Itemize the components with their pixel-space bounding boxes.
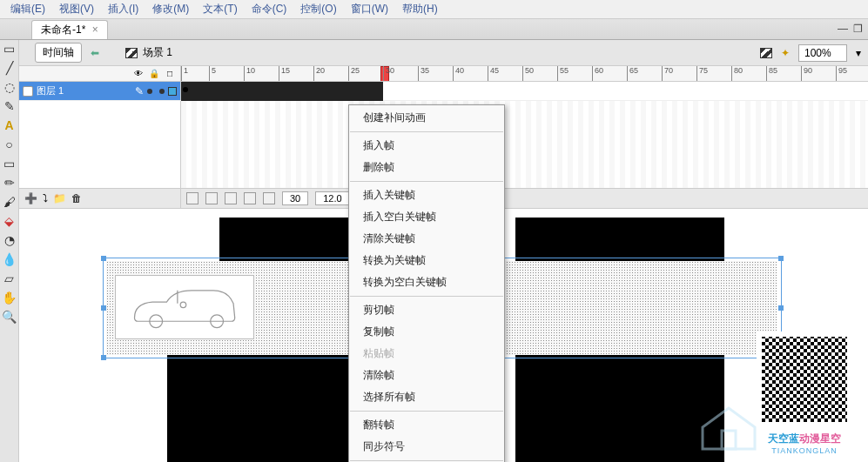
ruler-tick[interactable]: 45 <box>488 66 499 81</box>
layer-edit-icon[interactable]: ✎ <box>135 85 144 97</box>
ruler-tick[interactable]: 90 <box>801 66 812 81</box>
center-frame-icon[interactable] <box>186 192 198 204</box>
window-minimize-icon[interactable]: — <box>838 23 848 35</box>
hand-tool-icon[interactable]: ✋ <box>3 291 17 305</box>
context-menu-item[interactable]: 翻转帧 <box>349 414 504 436</box>
rect-tool-icon[interactable]: ▭ <box>3 157 17 171</box>
layer-lock-dot[interactable] <box>159 89 165 94</box>
bucket-tool-icon[interactable]: ⬙ <box>3 214 17 228</box>
frame-ruler[interactable]: 15101520253035404550556065707580859095 <box>181 66 868 81</box>
context-menu-item[interactable]: 复制帧 <box>349 321 504 343</box>
context-menu-item[interactable]: 删除帧 <box>349 157 504 178</box>
stage-black-left <box>219 218 354 261</box>
ruler-tick[interactable]: 95 <box>836 66 847 81</box>
scene-bar: 时间轴 ⬅ 场景 1 ✦ ▾ <box>0 40 868 66</box>
lasso-tool-icon[interactable]: ◌ <box>3 80 17 94</box>
visibility-column-icon[interactable]: 👁 <box>133 69 144 79</box>
ruler-tick[interactable]: 1 <box>181 66 188 81</box>
menu-help[interactable]: 帮助(H) <box>395 0 445 18</box>
edit-scene-icon[interactable] <box>760 48 772 58</box>
context-menu-item[interactable]: 剪切帧 <box>349 299 504 321</box>
context-menu-item[interactable]: 创建补间动画 <box>349 107 504 129</box>
zoom-tool-icon[interactable]: 🔍 <box>3 310 17 324</box>
text-tool-icon[interactable]: A <box>3 118 17 132</box>
context-menu-item[interactable]: 插入关键帧 <box>349 184 504 206</box>
add-folder-icon[interactable]: 📁 <box>53 192 66 204</box>
document-tab[interactable]: 未命名-1* × <box>31 20 108 39</box>
menu-window[interactable]: 窗口(W) <box>344 0 395 18</box>
onion-skin-icon[interactable] <box>205 192 218 204</box>
symbol-edit-icon[interactable]: ✦ <box>781 47 790 59</box>
timeline-toggle-button[interactable]: 时间轴 <box>35 43 82 63</box>
ruler-tick[interactable]: 65 <box>627 66 638 81</box>
zoom-dropdown-icon[interactable]: ▾ <box>856 47 861 59</box>
ruler-tick[interactable]: 10 <box>244 66 255 81</box>
menu-text[interactable]: 文本(T) <box>196 0 244 18</box>
add-guide-layer-icon[interactable]: ⤵ <box>43 192 48 204</box>
layer-row[interactable]: 图层 1 ✎ <box>19 82 868 101</box>
ruler-tick[interactable]: 35 <box>418 66 429 81</box>
ruler-tick[interactable]: 15 <box>279 66 290 81</box>
brush-tool-icon[interactable]: 🖌 <box>3 195 17 209</box>
pencil-tool-icon[interactable]: ✏ <box>3 176 17 190</box>
scene-name[interactable]: 场景 1 <box>143 45 172 60</box>
line-tool-icon[interactable]: ╱ <box>3 61 17 75</box>
context-menu-separator <box>350 411 503 412</box>
frame-context-menu: 创建补间动画插入帧删除帧插入关键帧插入空白关键帧清除关键帧转换为关键帧转换为空白… <box>348 104 505 462</box>
layer-outline-swatch[interactable] <box>168 87 177 96</box>
delete-layer-icon[interactable]: 🗑 <box>71 192 82 204</box>
lock-column-icon[interactable]: 🔒 <box>149 69 159 79</box>
context-menu-item[interactable]: 转换为关键帧 <box>349 250 504 271</box>
menu-modify[interactable]: 修改(M) <box>145 0 196 18</box>
outline-column-icon[interactable]: □ <box>165 69 175 79</box>
menu-edit[interactable]: 编辑(E) <box>3 0 52 18</box>
context-menu-item[interactable]: 插入空白关键帧 <box>349 206 504 228</box>
ruler-tick[interactable]: 80 <box>731 66 743 81</box>
ruler-tick[interactable]: 40 <box>453 66 464 81</box>
ruler-tick[interactable]: 75 <box>696 66 708 81</box>
watermark-sub: TIANKONGLAN <box>748 446 861 455</box>
window-restore-icon[interactable]: ❐ <box>853 23 863 35</box>
ruler-tick[interactable]: 55 <box>557 66 569 81</box>
ruler-tick[interactable]: 85 <box>766 66 777 81</box>
oval-tool-icon[interactable]: ○ <box>3 137 17 151</box>
layer-name[interactable]: 图层 1 <box>37 84 131 97</box>
add-layer-icon[interactable]: ➕ <box>24 192 37 204</box>
timeline-header: 👁 🔒 □ 1510152025303540455055606570758085… <box>19 66 868 82</box>
onion-outline-icon[interactable] <box>225 192 237 204</box>
menu-insert[interactable]: 插入(I) <box>101 0 145 18</box>
ruler-tick[interactable]: 70 <box>662 66 673 81</box>
onion-markers-icon[interactable] <box>263 192 275 204</box>
context-menu-item[interactable]: 转换为空白关键帧 <box>349 271 504 293</box>
subselect-tool-icon[interactable]: ▭ <box>3 42 17 56</box>
context-menu-item[interactable]: 清除关键帧 <box>349 228 504 250</box>
context-menu-item[interactable]: 同步符号 <box>349 436 504 458</box>
stage-black-bottom-left <box>167 355 354 462</box>
ruler-tick[interactable]: 25 <box>348 66 360 81</box>
ink-tool-icon[interactable]: ◔ <box>3 233 17 247</box>
menu-view[interactable]: 视图(V) <box>52 0 101 18</box>
layer-visible-dot[interactable] <box>147 89 152 94</box>
context-menu-item[interactable]: 选择所有帧 <box>349 386 504 408</box>
layer-frames[interactable] <box>181 82 868 100</box>
context-menu-item[interactable]: 清除帧 <box>349 365 504 386</box>
eyedropper-tool-icon[interactable]: 💧 <box>3 252 17 266</box>
pen-tool-icon[interactable]: ✎ <box>3 99 17 113</box>
ruler-tick[interactable]: 5 <box>209 66 216 81</box>
layer-label-cell[interactable]: 图层 1 ✎ <box>19 82 181 100</box>
menu-command[interactable]: 命令(C) <box>245 0 294 18</box>
zoom-input[interactable] <box>798 44 847 62</box>
ruler-tick[interactable]: 30 <box>383 66 394 81</box>
menu-control[interactable]: 控制(O) <box>293 0 343 18</box>
close-tab-icon[interactable]: × <box>92 23 98 36</box>
context-menu-separator <box>350 131 503 132</box>
ruler-tick[interactable]: 60 <box>592 66 603 81</box>
edit-multi-icon[interactable] <box>244 192 256 204</box>
context-menu-item: 粘贴帧 <box>349 343 504 365</box>
ruler-tick[interactable]: 20 <box>313 66 325 81</box>
ruler-tick[interactable]: 50 <box>522 66 534 81</box>
context-menu-item[interactable]: 插入帧 <box>349 135 504 157</box>
back-arrow-icon[interactable]: ⬅ <box>91 47 99 59</box>
eraser-tool-icon[interactable]: ▱ <box>3 271 17 285</box>
keyframe-icon[interactable] <box>183 87 188 92</box>
